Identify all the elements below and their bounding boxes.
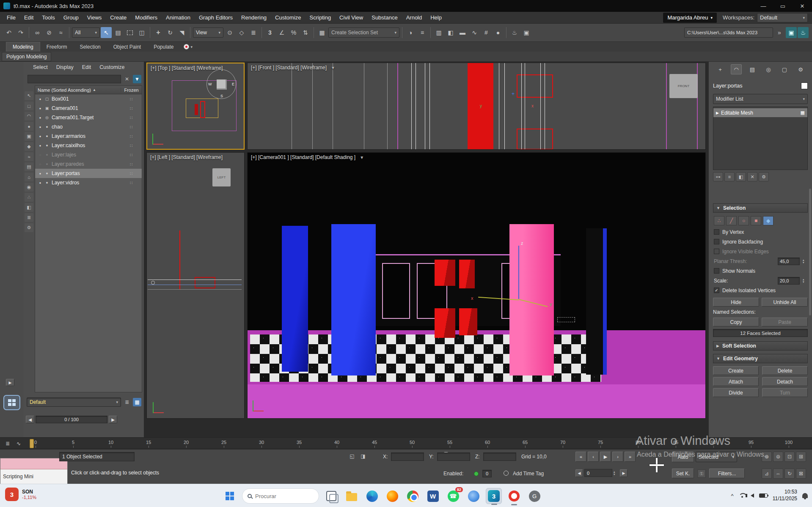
scene-red-box[interactable] <box>435 260 455 286</box>
viewport-top-label[interactable]: [+] [Top ] [Standard] [Wireframe] <box>151 65 223 71</box>
modifier-stack[interactable]: ▶ Editable Mesh ▦ <box>713 107 808 170</box>
use-pivot-center-icon[interactable]: ⊙ <box>224 27 235 38</box>
material-editor-icon[interactable]: ● <box>493 27 504 38</box>
offset-mode-icon[interactable]: ◨ <box>359 452 367 460</box>
tab-object-paint[interactable]: Object Paint <box>107 42 147 52</box>
copy-button[interactable]: Copy <box>713 318 759 326</box>
menu-file[interactable]: File <box>3 12 20 23</box>
open-mini-curve-editor-icon[interactable]: ≣ <box>3 439 12 448</box>
border-subobject-icon[interactable]: ○ <box>738 216 749 225</box>
zoom-extents-all-icon[interactable]: ⊞ <box>796 452 806 462</box>
mirror-icon[interactable]: ◑ <box>405 27 416 38</box>
viewcube-left-label[interactable]: LEFT <box>217 175 226 179</box>
undo-icon[interactable]: ↶ <box>3 27 14 38</box>
play-button[interactable]: ▶ <box>600 452 611 462</box>
workspaces-dropdown[interactable]: Default ▾ <box>757 13 808 22</box>
viewport-front-label[interactable]: [+] [Front ] [Standard] [Wireframe] ▼ <box>251 65 335 71</box>
scene-wall-opening[interactable] <box>382 263 410 319</box>
frozen-toggle-icon[interactable]: ∷ <box>121 97 142 101</box>
edge-subobject-icon[interactable]: ╱ <box>726 216 737 225</box>
viewcube-compass[interactable]: W E S <box>206 69 236 99</box>
maximize-button[interactable]: ▭ <box>773 0 793 12</box>
go-to-end-button[interactable]: » <box>625 452 636 462</box>
whatsapp-button[interactable]: ☎ 82 <box>445 488 461 504</box>
list-item[interactable]: ●● Layer:vidros ∷ <box>35 178 142 187</box>
checkbox-checked-icon[interactable]: ✓ <box>714 288 719 293</box>
stack-visibility-icon[interactable]: ▦ <box>801 110 805 115</box>
scene-blue-panel[interactable] <box>331 224 376 375</box>
display-containers-icon[interactable]: ◧ <box>25 203 33 212</box>
next-frame-button[interactable]: ▶ <box>109 416 117 423</box>
display-xrefs-icon[interactable]: ⌂ <box>25 173 33 181</box>
select-and-scale-icon[interactable]: ◥ <box>176 27 187 38</box>
show-normals-row[interactable]: Show Normals <box>713 266 808 276</box>
expand-icon[interactable]: ▶ <box>716 111 719 115</box>
track-bar-filter-icon[interactable]: ∿ <box>14 439 23 448</box>
display-groups-icon[interactable]: ▤ <box>25 162 33 171</box>
grid-settings-icon[interactable]: ▦ <box>133 398 141 406</box>
key-step-back-icon[interactable]: ◀ <box>575 469 583 477</box>
hierarchy-tab-icon[interactable]: ▤ <box>747 64 758 74</box>
volume-icon[interactable] <box>751 493 754 498</box>
keyboard-shortcut-override-icon[interactable]: ≣ <box>248 27 259 38</box>
gimp-button[interactable]: G <box>526 488 542 504</box>
scene-search-input[interactable] <box>28 75 121 83</box>
search-input[interactable] <box>255 493 306 499</box>
vertex-subobject-icon[interactable]: ∴ <box>714 216 724 225</box>
filter-icon[interactable]: ▼ <box>133 75 141 83</box>
selection-filter-dropdown[interactable]: All ▾ <box>72 27 100 38</box>
zoom-all-icon[interactable]: ⊜ <box>773 452 783 462</box>
zoom-extents-icon[interactable]: ⊡ <box>784 452 795 462</box>
go-to-start-button[interactable]: « <box>575 452 586 462</box>
menu-customize[interactable]: Customize <box>271 12 305 23</box>
visibility-eye-icon[interactable]: ● <box>37 107 44 110</box>
menu-rendering[interactable]: Rendering <box>237 12 271 23</box>
field-of-view-icon[interactable]: ⊿ <box>762 469 772 479</box>
compass-south-label[interactable]: S <box>220 94 223 98</box>
display-helpers-icon[interactable]: ◆ <box>25 142 33 151</box>
bind-to-spacewarp-icon[interactable]: ≈ <box>55 27 66 38</box>
key-filters-icon[interactable]: ⚿ <box>697 469 706 478</box>
add-time-tag[interactable]: Add Time Tag <box>513 471 544 477</box>
menu-tools[interactable]: Tools <box>38 12 59 23</box>
display-materials-icon[interactable]: ◉ <box>25 183 33 192</box>
utilities-tab-icon[interactable]: ⚙ <box>795 64 806 74</box>
viewcube-icon[interactable]: LEFT <box>212 168 231 186</box>
tab-freeform[interactable]: Freeform <box>40 42 74 52</box>
select-and-link-icon[interactable]: ∞ <box>32 27 43 38</box>
taskbar-clock[interactable]: 10:53 11/11/2025 <box>773 489 797 502</box>
chevron-down-icon[interactable]: ▾ <box>191 45 193 49</box>
delete-button[interactable]: Delete <box>762 366 808 375</box>
make-unique-icon[interactable]: ◧ <box>736 172 746 181</box>
viewport-label-text[interactable]: [+] [Left ] [Standard] [Wireframe] <box>150 154 223 160</box>
viewport-label-text[interactable]: [+] [Top ] [Standard] [Wireframe] <box>151 65 223 71</box>
viewport-front[interactable]: [+] [Front ] [Standard] [Wireframe] ▼ <box>247 63 706 150</box>
viewport-left[interactable]: [+] [Left ] [Standard] [Wireframe] LEFT <box>146 152 245 419</box>
time-slider-field[interactable]: 0 / 100 <box>36 416 107 423</box>
display-cameras-icon[interactable]: ▣ <box>25 132 33 141</box>
align-icon[interactable]: ≡ <box>417 27 428 38</box>
edge-button[interactable] <box>364 488 380 504</box>
display-bones-icon[interactable]: ∴ <box>25 193 33 202</box>
wifi-icon[interactable] <box>739 493 746 498</box>
scene-black-panel[interactable] <box>586 228 603 375</box>
timeline-ticks[interactable]: 0 5 10 15 20 25 30 35 40 45 50 55 60 65 … <box>36 438 789 449</box>
timeline-ruler[interactable]: ≣ ∿ 0 5 10 15 20 25 30 35 40 45 50 55 60… <box>0 437 812 449</box>
macro-recorder-pane[interactable] <box>0 458 67 469</box>
redo-icon[interactable]: ↷ <box>15 27 26 38</box>
compass-east-label[interactable]: E <box>232 82 234 86</box>
scale-field[interactable]: 20,0 <box>778 277 800 285</box>
frozen-toggle-icon[interactable]: ∷ <box>121 171 142 176</box>
y-coord-field[interactable] <box>437 452 470 461</box>
rendered-frame-window-icon[interactable]: ▣ <box>521 27 532 38</box>
display-shapes-icon[interactable]: ◠ <box>25 112 33 121</box>
select-by-name-icon[interactable]: ▤ <box>113 27 124 38</box>
modify-tab-icon[interactable]: ◠ <box>731 64 742 74</box>
firefox-button[interactable] <box>384 488 400 504</box>
toolbar-overflow-icon[interactable]: » <box>774 27 785 38</box>
task-view-button[interactable] <box>323 488 339 504</box>
set-key-button[interactable]: Set K. <box>672 469 694 478</box>
snap-toggle-3d-icon[interactable]: 3 <box>264 27 275 38</box>
chrome-button[interactable] <box>405 488 421 504</box>
selection-rollout-header[interactable]: ▼ Selection <box>713 203 808 213</box>
